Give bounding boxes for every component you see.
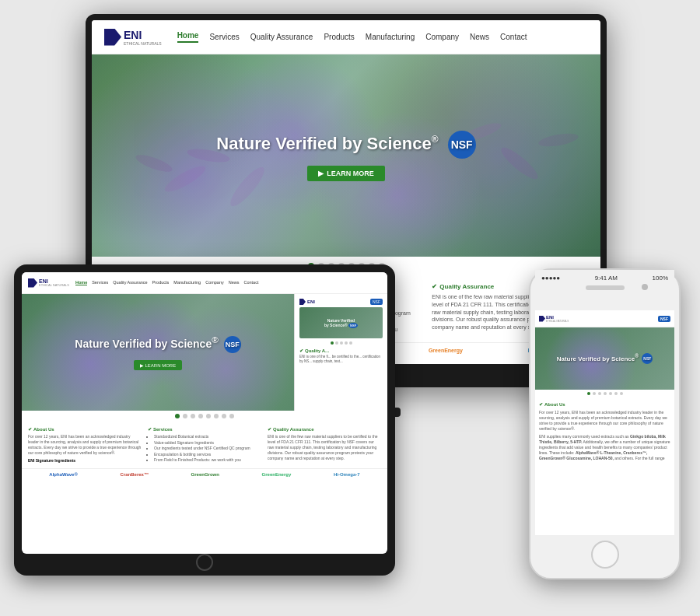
tablet-dot-3[interactable] xyxy=(191,414,195,418)
tablet-nav-manufacturing[interactable]: Manufacturing xyxy=(173,280,201,285)
tablet-nav-contact[interactable]: Contact xyxy=(244,280,259,285)
tablet-nav-company[interactable]: Company xyxy=(205,280,224,285)
hero-title-text: Nature Verified by Science xyxy=(216,133,431,152)
tablet-nav-news[interactable]: News xyxy=(229,280,240,285)
phone-dot-2[interactable] xyxy=(593,392,596,395)
nav-company[interactable]: Company xyxy=(425,33,459,41)
tablet-hero-title-text: Nature Verified by Science xyxy=(75,338,212,350)
tablet-dot-7[interactable] xyxy=(222,414,226,418)
tablet-panel-nsf: NSF xyxy=(370,299,383,305)
phone-screen: ENI ETHICAL NATURALS NSF Nature Verified… xyxy=(535,310,674,535)
tablet-quality-col: ✔ Quality Assurance ENI is one of the fe… xyxy=(268,426,381,464)
phone-hero: Nature Verified by Science® NSF xyxy=(535,327,674,390)
desktop-logo: ENI ETHICAL NATURALS xyxy=(104,28,162,46)
nav-products[interactable]: Products xyxy=(324,33,354,41)
tablet-dot-2[interactable] xyxy=(183,414,187,418)
tablet-logo-icon xyxy=(28,278,37,288)
tablet-nsf-badge: NSF xyxy=(224,336,241,353)
tablet-about-text: For over 12 years, ENI has been an ackno… xyxy=(28,434,142,456)
brand-greenenergy: GreenEnergy xyxy=(429,348,463,353)
tablet-panel-dots xyxy=(299,341,383,345)
phone-hero-dots xyxy=(535,390,674,397)
phone-nsf-badge: NSF xyxy=(642,353,653,364)
tablet-dot-1[interactable] xyxy=(175,414,180,418)
tablet-nav-home[interactable]: Home xyxy=(75,280,87,285)
tablet-about-heading: ✔ About Us xyxy=(28,426,142,432)
tablet-logo-text: ENI ETHICAL NATURALS xyxy=(39,278,69,287)
panel-dot-1 xyxy=(331,341,334,345)
nav-quality[interactable]: Quality Assurance xyxy=(250,33,313,41)
phone-time: 9:41 AM xyxy=(595,275,618,282)
phone-status-bar: ●●●●● 9:41 AM 100% xyxy=(535,270,674,285)
tablet-dot-6[interactable] xyxy=(214,414,219,418)
tablet-panel-quality-text: ENI is one of the fi... be certified to … xyxy=(299,355,383,365)
svg-point-6 xyxy=(537,131,579,149)
scene: ENI ETHICAL NATURALS Home Services Quali… xyxy=(0,0,700,616)
logo-text: ENI ETHICAL NATURALS xyxy=(124,28,162,46)
svg-point-5 xyxy=(498,144,541,184)
phone-battery: 100% xyxy=(653,275,668,282)
phone-logo-eni: ENI xyxy=(546,315,554,320)
tablet-dot-5[interactable] xyxy=(206,414,211,418)
tablet: ENI ETHICAL NATURALS Home Services Quali… xyxy=(14,264,395,576)
tablet-content-row: ✔ About Us For over 12 years, ENI has be… xyxy=(22,422,387,468)
nav-contact[interactable]: Contact xyxy=(500,33,527,41)
tablet-panel-logo: ENI NSF xyxy=(299,299,383,305)
tablet-service-2: Value-added Signature Ingredients xyxy=(154,440,261,446)
phone-dot-1[interactable] xyxy=(587,392,590,395)
tablet-brand-bar: AlphaWave® CranBerex™ GreenGrown GreenEn… xyxy=(22,468,387,480)
tablet-dot-4[interactable] xyxy=(198,414,203,418)
tablet-about-col: ✔ About Us For over 12 years, ENI has be… xyxy=(28,426,142,464)
tablet-learn-label: LEARN MORE xyxy=(145,363,176,368)
learn-more-button[interactable]: ▶ LEARN MORE xyxy=(307,166,385,181)
tablet-service-1: Standardized Botanical extracts xyxy=(154,434,261,440)
phone-about-check: ✔ xyxy=(539,401,543,408)
phone-home-button[interactable] xyxy=(591,541,619,569)
panel-dot-4 xyxy=(345,341,348,345)
tablet-hero-dots xyxy=(22,411,387,422)
tablet-nav-links: Home Services Quality Assurance Products… xyxy=(75,280,259,285)
phone-trademark: ® xyxy=(635,353,639,359)
tablet-panel-hero-text: Nature Verifiedby Science® NSF xyxy=(324,318,358,327)
tablet-about-check: ✔ xyxy=(28,426,32,432)
tablet-brand-omega: Hi-Omega-7 xyxy=(334,472,360,477)
phone-hero-text: Nature Verified by Science® NSF xyxy=(557,353,653,365)
desktop-nav: ENI ETHICAL NATURALS Home Services Quali… xyxy=(92,20,600,54)
tablet-services-list: Standardized Botanical extracts Value-ad… xyxy=(148,434,261,464)
tablet-nav-quality[interactable]: Quality Assurance xyxy=(113,280,147,285)
tablet-services-check: ✔ xyxy=(148,426,152,432)
tablet-home-button[interactable] xyxy=(196,554,213,571)
tablet-hero-main: Nature Verified by Science® NSF ▶ LEARN … xyxy=(22,294,294,411)
phone-dot-4[interactable] xyxy=(604,392,607,395)
phone-dot-5[interactable] xyxy=(609,392,612,395)
phone: ●●●●● 9:41 AM 100% ENI ETHICAL NATURALS xyxy=(529,268,681,579)
phone-title-text: Nature Verified by Science xyxy=(557,355,635,362)
phone-ingredient-list: AlphaWave® L-Theanine, Cranberex™, Green… xyxy=(539,450,647,460)
tablet-hero-area: Nature Verified by Science® NSF ▶ LEARN … xyxy=(22,294,387,411)
phone-hero-title: Nature Verified by Science® NSF xyxy=(557,353,653,365)
tablet-panel-check: ✔ xyxy=(299,348,303,353)
phone-dot-3[interactable] xyxy=(598,392,601,395)
tablet-frame: ENI ETHICAL NATURALS Home Services Quali… xyxy=(14,264,395,576)
svg-point-3 xyxy=(134,152,174,175)
tablet-panel-quality-heading: ✔ Quality A... xyxy=(299,348,383,353)
logo-name: ETHICAL NATURALS xyxy=(124,42,162,46)
nav-home[interactable]: Home xyxy=(177,31,199,43)
logo-icon xyxy=(104,29,121,46)
tablet-quality-check: ✔ xyxy=(268,426,271,432)
tablet-nav-products[interactable]: Products xyxy=(152,280,170,285)
nav-services[interactable]: Services xyxy=(209,33,239,41)
nav-manufacturing[interactable]: Manufacturing xyxy=(366,33,415,41)
logo-eni: ENI xyxy=(124,29,142,41)
desktop-nav-links: Home Services Quality Assurance Products… xyxy=(177,31,527,43)
tablet-trademark: ® xyxy=(212,334,219,345)
nav-news[interactable]: News xyxy=(470,33,489,41)
tablet-learn-more[interactable]: ▶ LEARN MORE xyxy=(134,360,182,370)
phone-about-text-1: For over 12 years, ENI has been an ackno… xyxy=(539,410,670,432)
tablet-dot-8[interactable] xyxy=(229,414,234,418)
phone-dot-6[interactable] xyxy=(614,392,618,395)
tablet-nav-services[interactable]: Services xyxy=(92,280,108,285)
tablet-logo: ENI ETHICAL NATURALS xyxy=(28,278,69,288)
tablet-panel-logo-icon xyxy=(299,299,306,305)
phone-dot-7[interactable] xyxy=(620,392,623,395)
